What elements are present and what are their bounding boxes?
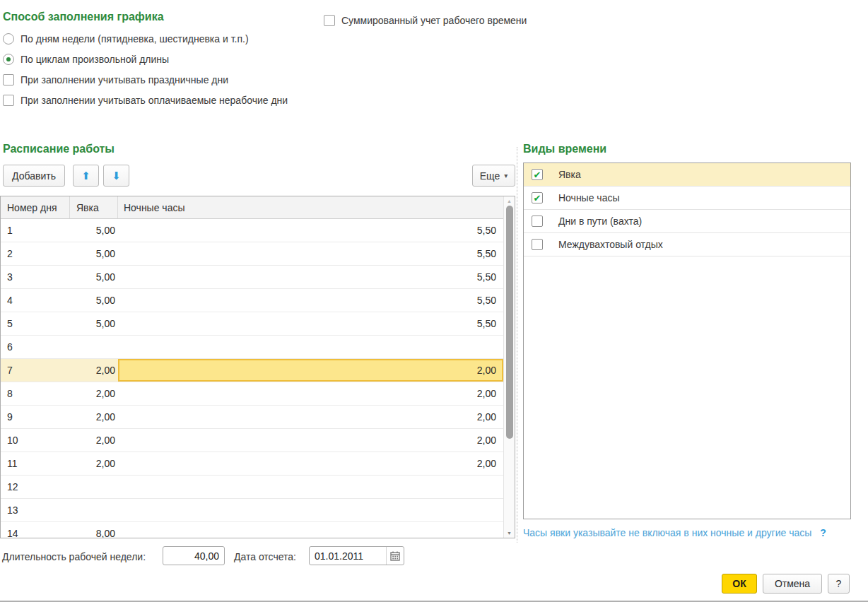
table-row[interactable]: 35,005,50	[1, 266, 503, 289]
cell-day[interactable]: 2	[1, 242, 70, 265]
cell-night[interactable]: 2,00	[118, 429, 503, 452]
cell-attendance[interactable]	[70, 336, 118, 358]
time-type-item[interactable]: ✔Ночные часы	[524, 187, 850, 210]
cell-attendance[interactable]: 2,00	[70, 382, 118, 405]
column-header-attendance[interactable]: Явка	[70, 196, 118, 218]
week-length-input[interactable]: 40,00	[163, 546, 225, 565]
cell-attendance[interactable]	[70, 499, 118, 521]
cell-day[interactable]: 1	[1, 219, 70, 242]
cell-attendance[interactable]: 5,00	[70, 266, 118, 288]
week-length-value[interactable]: 40,00	[163, 550, 224, 562]
cell-night[interactable]: 5,50	[118, 242, 503, 265]
checkbox-checked-icon[interactable]: ✔	[532, 192, 543, 203]
cell-attendance[interactable]	[70, 476, 118, 498]
cell-night[interactable]	[118, 499, 503, 521]
start-date-input[interactable]: 01.01.2011	[309, 546, 404, 565]
checkbox-icon[interactable]	[3, 74, 14, 85]
cell-day[interactable]: 5	[1, 312, 70, 335]
move-down-button[interactable]: ⬇	[103, 165, 129, 187]
table-row[interactable]: 92,002,00	[1, 406, 503, 429]
cell-night[interactable]: 2,00	[118, 359, 503, 382]
table-row[interactable]: 25,005,50	[1, 242, 503, 266]
cancel-button[interactable]: Отмена	[763, 574, 822, 594]
cell-day[interactable]: 10	[1, 429, 70, 452]
help-button[interactable]: ?	[828, 574, 850, 594]
radio-icon[interactable]	[3, 33, 14, 45]
table-row[interactable]: 102,002,00	[1, 429, 503, 452]
cell-attendance[interactable]: 2,00	[70, 359, 118, 382]
cell-day[interactable]: 11	[1, 452, 70, 475]
checkbox-checked-icon[interactable]: ✔	[532, 169, 543, 180]
scrollbar-thumb[interactable]	[506, 206, 513, 439]
cell-day[interactable]: 8	[1, 382, 70, 405]
cell-day[interactable]: 3	[1, 266, 70, 288]
table-row[interactable]: 112,002,00	[1, 452, 503, 476]
cell-night[interactable]: 5,50	[118, 219, 503, 242]
time-type-item[interactable]: Междувахтовый отдых	[524, 233, 850, 256]
cell-day[interactable]: 4	[1, 289, 70, 312]
cell-attendance[interactable]: 2,00	[70, 406, 118, 428]
help-label: ?	[836, 578, 842, 589]
table-row[interactable]: 82,002,00	[1, 382, 503, 406]
help-question-icon[interactable]: ?	[820, 527, 826, 538]
cell-day[interactable]: 9	[1, 406, 70, 428]
table-row[interactable]: 13	[1, 499, 503, 522]
calendar-icon	[390, 551, 400, 561]
panel-splitter[interactable]	[517, 147, 517, 543]
cell-night[interactable]: 2,00	[118, 406, 503, 428]
table-row[interactable]: 12	[1, 476, 503, 499]
checkbox-icon[interactable]	[532, 239, 543, 250]
add-row-button[interactable]: Добавить	[3, 165, 65, 187]
checkbox-icon[interactable]	[324, 15, 335, 26]
move-up-button[interactable]: ⬆	[73, 165, 99, 187]
cell-night[interactable]: 2,00	[118, 382, 503, 405]
cell-attendance[interactable]: 5,00	[70, 219, 118, 242]
column-header-night[interactable]: Ночные часы	[118, 196, 503, 218]
column-header-day[interactable]: Номер дня	[1, 196, 70, 218]
cell-night[interactable]	[118, 522, 503, 538]
table-row[interactable]: 148,00	[1, 522, 503, 538]
start-date-value[interactable]: 01.01.2011	[310, 550, 386, 562]
cell-day[interactable]: 14	[1, 522, 70, 538]
ok-button[interactable]: ОК	[722, 574, 757, 594]
radio-by-week-days[interactable]: По дням недели (пятидневка, шестидневка …	[3, 28, 288, 49]
table-row[interactable]: 6	[1, 336, 503, 359]
table-row[interactable]: 55,005,50	[1, 312, 503, 336]
cell-attendance[interactable]: 8,00	[70, 522, 118, 538]
more-button[interactable]: Еще ▾	[472, 165, 515, 187]
calendar-picker-button[interactable]	[386, 547, 404, 565]
attendance-hours-hint-link[interactable]: Часы явки указывайте не включая в них но…	[523, 527, 826, 538]
table-row[interactable]: 45,005,50	[1, 289, 503, 312]
cell-night[interactable]: 5,50	[118, 266, 503, 288]
cell-day[interactable]: 13	[1, 499, 70, 521]
cell-attendance[interactable]: 2,00	[70, 452, 118, 475]
cell-day[interactable]: 12	[1, 476, 70, 498]
cell-night[interactable]: 5,50	[118, 289, 503, 312]
cell-attendance[interactable]: 5,00	[70, 289, 118, 312]
time-type-item[interactable]: ✔Явка	[524, 163, 850, 187]
cell-day[interactable]: 6	[1, 336, 70, 358]
cell-night[interactable]	[118, 476, 503, 498]
cell-day[interactable]: 7	[1, 359, 70, 382]
checkbox-summary-time-tracking[interactable]: Суммированный учет рабочего времени	[324, 12, 527, 29]
table-scrollbar[interactable]: ▲ ▼	[503, 196, 515, 538]
radio-by-cycles[interactable]: По циклам произвольной длины	[3, 49, 288, 69]
table-row[interactable]: 15,005,50	[1, 219, 503, 242]
radio-selected-icon[interactable]	[3, 54, 14, 65]
cell-attendance[interactable]: 5,00	[70, 242, 118, 265]
time-type-item[interactable]: Дни в пути (вахта)	[524, 210, 850, 233]
add-row-label: Добавить	[12, 170, 56, 182]
cell-attendance[interactable]: 2,00	[70, 429, 118, 452]
cell-attendance[interactable]: 5,00	[70, 312, 118, 335]
checkbox-icon[interactable]	[532, 216, 543, 227]
scroll-down-icon[interactable]: ▼	[504, 531, 515, 536]
checkbox-holidays[interactable]: При заполнении учитывать праздничные дни	[3, 69, 288, 90]
checkbox-icon[interactable]	[3, 95, 14, 106]
cell-night[interactable]	[118, 336, 503, 358]
cell-night[interactable]: 2,00	[118, 452, 503, 475]
scroll-up-icon[interactable]: ▲	[504, 199, 515, 203]
table-row[interactable]: 72,002,00	[1, 359, 503, 382]
cell-night[interactable]: 5,50	[118, 312, 503, 335]
checkbox-paid-nonworking-days[interactable]: При заполнении учитывать оплачиваемые не…	[3, 90, 288, 110]
hint-text[interactable]: Часы явки указывайте не включая в них но…	[523, 527, 811, 538]
